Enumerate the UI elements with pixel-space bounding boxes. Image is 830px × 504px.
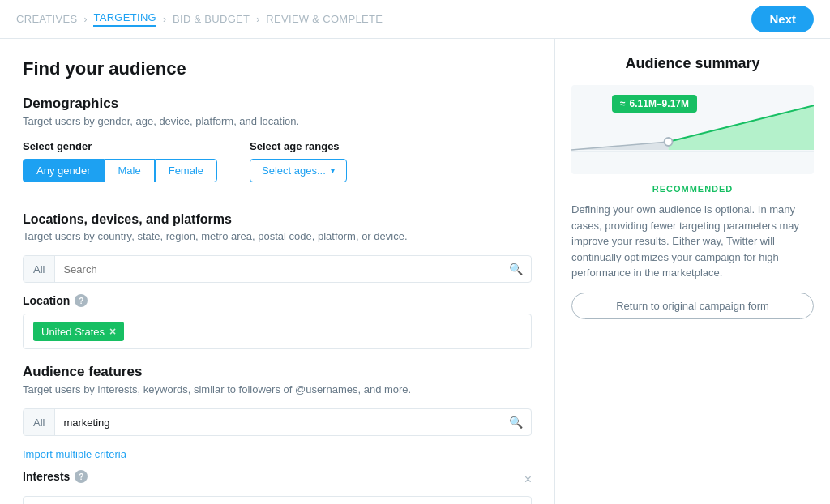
left-panel: Find your audience Demographics Target u… [0,39,554,504]
step-targeting[interactable]: TARGETING [93,11,156,27]
divider-1 [23,199,532,199]
audience-summary-title: Audience summary [571,55,814,72]
location-tags-input[interactable]: United States × [23,314,532,349]
audience-features-desc: Target users by interests, keywords, sim… [23,383,532,395]
gender-female[interactable]: Female [155,159,217,182]
location-label: Location [23,294,70,307]
sep1: › [83,14,87,25]
locations-search-prefix: All [24,256,55,282]
location-label-row: Location ? [23,294,532,307]
svg-point-2 [665,138,673,146]
interests-close-icon[interactable]: × [524,472,532,487]
demographics-section: Demographics Target users by gender, age… [23,96,532,182]
locations-desc: Target users by country, state, region, … [23,230,532,242]
recommended-label: RECOMMENDED [571,184,814,194]
chevron-down-icon: ▾ [331,166,335,175]
audience-search-prefix: All [24,409,55,435]
location-tag-label: United States [41,326,105,338]
location-help-icon[interactable]: ? [75,294,88,307]
audience-size-badge: ≈ 6.11M–9.17M [612,95,697,113]
import-link[interactable]: Import multiple criteria [23,448,126,460]
return-to-original-button[interactable]: Return to original campaign form [571,293,814,319]
gender-buttons: Any gender Male Female [23,159,217,182]
audience-search-input[interactable] [55,409,501,435]
gender-any[interactable]: Any gender [23,159,105,182]
audience-summary-desc: Defining your own audience is optional. … [571,202,814,281]
graph-icon: ≈ [620,98,626,109]
step-creatives[interactable]: CREATIVES [16,13,77,25]
sep3: › [256,14,259,25]
interests-tags-input[interactable]: Marketing × Entrepreneurship × Advertisi… [23,496,532,504]
sep2: › [163,14,166,25]
age-select[interactable]: Select ages... ▾ [250,159,347,182]
gender-group: Select gender Any gender Male Female [23,140,217,182]
age-select-text: Select ages... [262,164,326,177]
page-title: Find your audience [23,58,532,79]
locations-search-row: All 🔍 [23,255,532,283]
right-panel: Audience summary ≈ 6.11M–9.17M R [554,39,830,504]
breadcrumb: CREATIVES › TARGETING › BID & BUDGET › R… [16,11,383,27]
search-icon: 🔍 [501,256,531,282]
audience-search-icon: 🔍 [501,409,531,435]
interests-label: Interests [23,470,70,483]
locations-section: Locations, devices, and platforms Target… [23,212,532,349]
step-bid-budget[interactable]: BID & BUDGET [173,13,250,25]
audience-features-title: Audience features [23,364,532,380]
locations-search-input[interactable] [55,256,501,282]
demographics-title: Demographics [23,96,532,112]
age-label: Select age ranges [250,140,347,152]
audience-chart: ≈ 6.11M–9.17M [571,85,814,174]
interests-row: Interests ? × [23,470,532,489]
age-group: Select age ranges Select ages... ▾ [250,140,347,182]
demographics-desc: Target users by gender, age, device, pla… [23,115,532,127]
audience-size-value: 6.11M–9.17M [630,98,689,109]
location-tag-us: United States × [33,322,124,341]
location-tag-remove[interactable]: × [109,325,116,338]
gender-male[interactable]: Male [105,159,155,182]
interests-help-icon[interactable]: ? [75,470,88,483]
step-review[interactable]: REVIEW & COMPLETE [266,13,383,25]
interests-label-row: Interests ? [23,470,88,483]
locations-title: Locations, devices, and platforms [23,212,532,227]
demographics-form-row: Select gender Any gender Male Female Sel… [23,140,532,182]
main-layout: Find your audience Demographics Target u… [0,39,830,504]
gender-label: Select gender [23,140,217,152]
next-button[interactable]: Next [751,6,814,32]
audience-search-row: All 🔍 [23,408,532,436]
top-navigation: CREATIVES › TARGETING › BID & BUDGET › R… [0,0,830,39]
audience-features-section: Audience features Target users by intere… [23,364,532,504]
